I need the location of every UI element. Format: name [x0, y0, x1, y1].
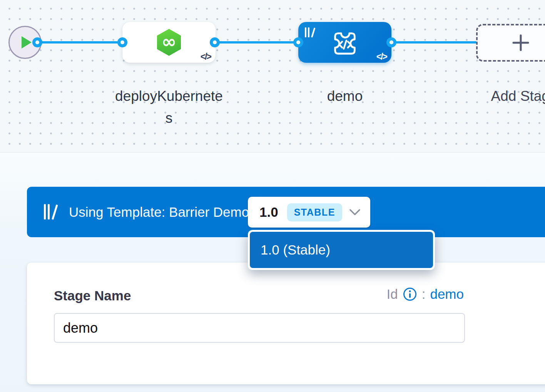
wire-demo-addstage [391, 41, 477, 44]
stable-badge: STABLE [287, 203, 342, 221]
version-option-label: 1.0 (Stable) [261, 242, 330, 258]
version-number: 1.0 [259, 204, 278, 220]
stage-label-deploykubernetes[interactable]: deployKubernetes [113, 85, 225, 129]
using-template-text: Using Template: Barrier Demo [69, 204, 249, 220]
stage-id-value[interactable]: demo [430, 286, 464, 302]
template-version-selector[interactable]: 1.0 STABLE [248, 197, 370, 228]
plus-icon [512, 34, 529, 51]
add-stage-button[interactable] [476, 24, 545, 62]
kubernetes-hexagon-icon: ∞ [157, 29, 181, 56]
code-icon[interactable]: </> [201, 52, 211, 62]
pipeline-editor: ∞ </> </> [0, 0, 545, 392]
stage-name-label: Stage Name [54, 288, 131, 303]
info-icon[interactable] [403, 287, 417, 302]
version-option-1-0-stable[interactable]: 1.0 (Stable) [250, 232, 433, 268]
port-deploy-in[interactable] [117, 37, 127, 47]
id-label: Id [387, 286, 398, 302]
template-library-icon [44, 204, 59, 220]
chevron-down-icon [349, 209, 360, 216]
version-dropdown-menu: 1.0 (Stable) [248, 230, 435, 270]
stage-node-deploykubernetes[interactable]: ∞ </> [122, 22, 216, 63]
port-demo-in[interactable] [293, 37, 303, 47]
stage-overview-card: Stage Name Id : demo [27, 263, 545, 384]
stage-name-input[interactable] [54, 313, 465, 343]
stage-id-row: Id : demo [387, 286, 464, 302]
port-demo-out[interactable] [386, 37, 396, 47]
play-icon [22, 36, 32, 49]
port-start-out[interactable] [32, 37, 42, 47]
stage-label-demo[interactable]: demo [289, 85, 401, 107]
pipeline-canvas[interactable]: ∞ </> </> [0, 0, 545, 152]
id-separator: : [422, 286, 426, 302]
add-stage-label[interactable]: Add Stage [477, 85, 545, 107]
wire-start-deploy [37, 41, 122, 44]
stage-node-demo[interactable]: </> [298, 22, 391, 63]
port-deploy-out[interactable] [210, 37, 220, 47]
code-icon[interactable]: </> [376, 52, 387, 62]
wire-deploy-demo [215, 41, 298, 44]
template-library-icon [305, 27, 316, 38]
infinity-icon: ∞ [162, 33, 176, 50]
custom-stage-icon [331, 28, 359, 57]
